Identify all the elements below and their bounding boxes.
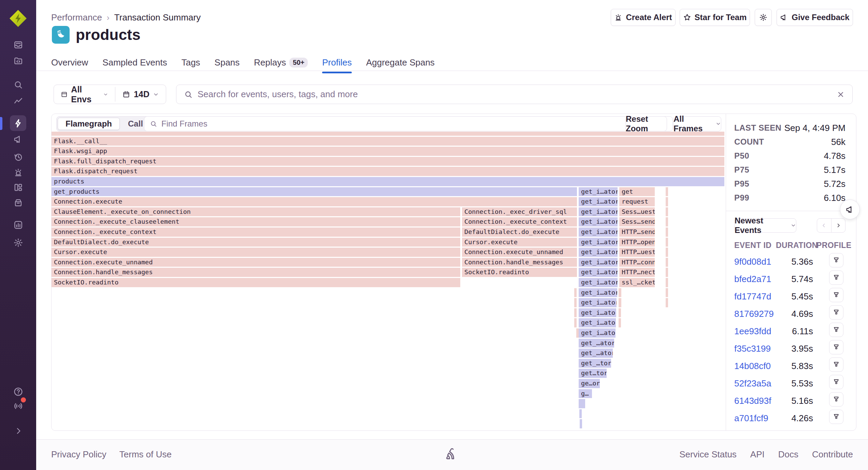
sidebar-item-replays[interactable] <box>11 149 26 164</box>
open-profile-button[interactable] <box>829 323 843 337</box>
flame-frame[interactable]: products <box>52 177 724 186</box>
open-profile-button[interactable] <box>829 357 843 372</box>
help-icon[interactable] <box>11 384 26 399</box>
next-page-button[interactable] <box>831 219 845 232</box>
open-profile-button[interactable] <box>829 305 843 320</box>
footer-link-privacy-policy[interactable]: Privacy Policy <box>51 449 106 460</box>
flame-frame[interactable]: Flask.__call__ <box>52 137 724 146</box>
flame-frame[interactable]: HTTP…nect <box>619 268 655 277</box>
event-id-link[interactable]: 6143d93f <box>734 396 771 406</box>
flame-frame[interactable]: get_i…ator <box>579 227 618 237</box>
open-profile-button[interactable] <box>829 410 843 424</box>
flame-frame[interactable] <box>574 318 577 327</box>
flame-frame[interactable] <box>666 248 668 257</box>
flame-frame[interactable] <box>52 132 724 136</box>
flame-frame[interactable]: get_i…ator <box>579 298 617 307</box>
sidebar-item-stats[interactable] <box>11 217 26 232</box>
open-profile-button[interactable] <box>829 340 843 354</box>
event-id-link[interactable]: 9f0d08d1 <box>734 256 771 267</box>
flame-frame[interactable] <box>574 298 577 307</box>
event-id-link[interactable]: 52f23a5a <box>734 378 771 389</box>
flame-frame[interactable]: get_i…ator <box>579 308 616 318</box>
search-input[interactable] <box>198 89 832 100</box>
footer-link-docs[interactable]: Docs <box>778 449 798 460</box>
open-profile-button[interactable] <box>829 288 843 302</box>
sentry-org-logo-icon[interactable] <box>9 9 28 28</box>
event-id-link[interactable]: fd17747d <box>734 291 771 302</box>
flame-frame[interactable]: ssl_…cket <box>619 278 655 287</box>
sidebar-item-performance[interactable] <box>11 116 26 131</box>
sidebar-item-feedback[interactable] <box>11 132 26 147</box>
flame-frame[interactable]: Connection.handle_messages <box>52 268 460 277</box>
flame-frame[interactable] <box>579 409 582 418</box>
flame-frame[interactable]: DefaultDialect.do_execute <box>462 227 577 237</box>
open-profile-button[interactable] <box>829 270 843 285</box>
flame-frame[interactable]: get_products <box>52 187 577 196</box>
flame-frame[interactable]: Cursor.execute <box>52 248 460 257</box>
flame-frame[interactable] <box>619 318 621 327</box>
flame-frame[interactable]: HTTP…conn <box>619 258 655 267</box>
flame-frame[interactable]: get_i…ator <box>579 258 618 267</box>
flame-frame[interactable]: SocketIO.readinto <box>52 278 460 287</box>
flame-frame[interactable] <box>666 278 668 287</box>
flame-frame[interactable]: get_i…ator <box>579 278 618 287</box>
settings-button[interactable] <box>755 9 772 26</box>
flame-frame[interactable]: get <box>619 187 655 196</box>
flame-frame[interactable] <box>666 258 668 267</box>
flame-frame[interactable]: Connection._execute_clauseelement <box>52 217 460 226</box>
flame-frame[interactable]: get_…ator <box>579 349 613 358</box>
flame-frame[interactable]: Flask.full_dispatch_request <box>52 157 724 166</box>
event-sort-dropdown[interactable]: Newest Events <box>734 218 796 233</box>
close-icon[interactable] <box>837 90 845 99</box>
create-alert-button[interactable]: Create Alert <box>611 9 676 26</box>
flame-frame[interactable]: get_i…ator <box>579 268 618 277</box>
flame-frame[interactable]: SocketIO.readinto <box>462 268 577 277</box>
flame-frame[interactable]: Connection._execute_context <box>462 217 577 226</box>
flame-frame[interactable]: Flask.wsgi_app <box>52 147 724 156</box>
all-frames-dropdown[interactable]: All Frames <box>673 116 721 131</box>
sidebar-item-alerts[interactable] <box>11 165 26 180</box>
sidebar-item-search[interactable] <box>11 77 26 92</box>
flame-frame[interactable] <box>619 288 621 297</box>
footer-link-terms-of-use[interactable]: Terms of Use <box>119 449 172 460</box>
sidebar-item-settings[interactable] <box>11 235 26 250</box>
flame-frame[interactable]: request <box>619 197 655 206</box>
flame-frame[interactable] <box>619 308 621 318</box>
flame-frame[interactable]: Sess…uest <box>619 207 655 217</box>
flame-frame[interactable]: Cursor.execute <box>462 238 577 247</box>
flame-frame[interactable]: HTTP…send <box>619 227 655 237</box>
sidebar-item-projects[interactable] <box>11 53 26 68</box>
flame-frame[interactable]: Connection._exec_driver_sql <box>462 207 577 217</box>
previous-page-button[interactable] <box>817 219 831 232</box>
flame-frame[interactable]: get_i…ator <box>579 318 616 327</box>
open-profile-button[interactable] <box>829 253 843 267</box>
footer-link-service-status[interactable]: Service Status <box>679 449 737 460</box>
flame-frame[interactable]: get_i…ator <box>579 288 617 297</box>
flamegraph-toggle[interactable]: Flamegraph <box>58 118 120 130</box>
flame-frame[interactable] <box>619 298 621 307</box>
flame-frame[interactable]: get_i…ator <box>579 248 618 257</box>
flame-frame[interactable]: get_…ator <box>579 339 614 348</box>
event-id-link[interactable]: a701fcf9 <box>734 413 768 424</box>
flame-frame[interactable]: get…tor <box>579 369 607 378</box>
flame-frame[interactable]: get_i…ator <box>579 328 616 338</box>
sidebar-item-releases[interactable] <box>11 195 26 210</box>
flame-frame[interactable]: Connection._execute_context <box>52 227 460 237</box>
flame-frame[interactable] <box>666 207 668 217</box>
flame-frame[interactable] <box>580 419 582 428</box>
flame-frame[interactable] <box>666 227 668 237</box>
date-range-selector[interactable]: 14D <box>115 85 166 104</box>
event-id-link[interactable]: bfed2a71 <box>734 274 771 284</box>
flame-frame[interactable] <box>666 298 668 307</box>
flamegraph[interactable]: Flask.__call__Flask.wsgi_appFlask.full_d… <box>52 132 726 431</box>
flame-frame[interactable]: HTTP…uest <box>619 248 655 257</box>
open-profile-button[interactable] <box>829 392 843 407</box>
flame-frame[interactable] <box>579 399 585 408</box>
flame-frame[interactable] <box>666 217 668 226</box>
flame-frame[interactable] <box>666 288 668 297</box>
footer-link-contribute[interactable]: Contribute <box>812 449 853 460</box>
flame-frame[interactable] <box>666 268 668 277</box>
star-for-team-button[interactable]: Star for Team <box>680 9 750 26</box>
flame-frame[interactable]: Sess…send <box>619 217 655 226</box>
flame-frame[interactable] <box>666 238 668 247</box>
